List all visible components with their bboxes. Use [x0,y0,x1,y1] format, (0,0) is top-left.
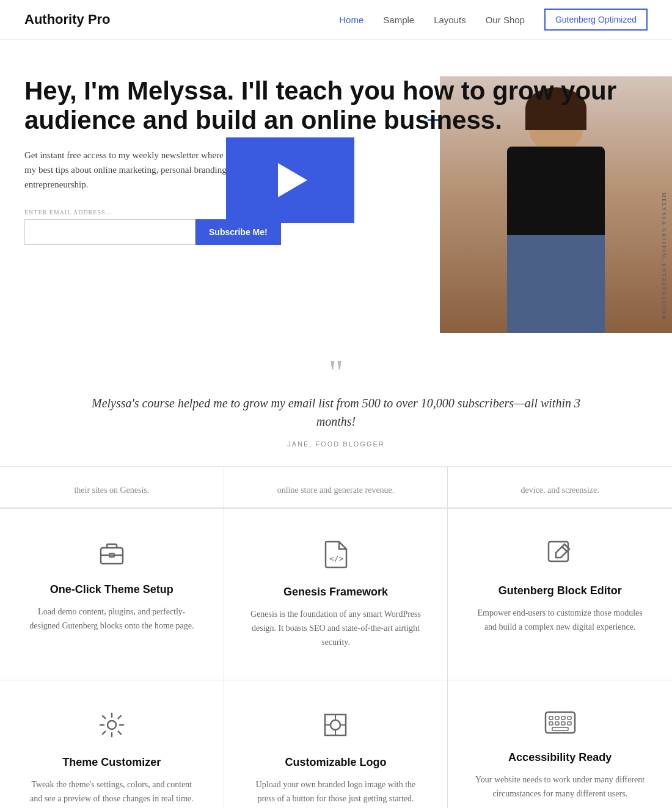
hero-caption: MELYSSA GRIFFIN, ENTREPREUNER [661,192,667,321]
site-logo: Authority Pro [24,12,111,27]
email-input[interactable] [24,219,195,245]
svg-rect-19 [555,722,559,725]
features-grid: One-Click Theme Setup Load demo content,… [0,508,672,808]
hero-title: Hey, I'm Melyssa. I'll teach you how to … [24,76,635,136]
partial-cell-3: device, and screensize. [448,467,672,508]
feature-logo: Customizable Logo Upload your own brande… [224,680,448,808]
svg-rect-18 [549,722,553,725]
video-play-button[interactable] [226,137,354,223]
gutenberg-optimized-button[interactable]: Gutenberg Optimized [544,9,648,31]
feature-desc-gutenberg: Empower end-users to customize those mod… [472,606,648,634]
nav-sample[interactable]: Sample [383,15,414,25]
feature-accessibility: Accessibility Ready Your website needs t… [448,680,672,808]
testimonial-section: " Melyssa's course helped me to grow my … [0,333,672,467]
feature-title-logo: Customizable Logo [249,756,423,769]
svg-rect-22 [552,727,568,730]
navbar: Authority Pro Home Sample Layouts Our Sh… [0,0,672,40]
svg-rect-16 [561,716,565,719]
code-file-icon: </> [249,539,423,575]
svg-text:</>: </> [329,554,344,563]
nav-links: Home Sample Layouts Our Shop Gutenberg O… [339,9,648,31]
feature-desc-one-click: Load demo content, plugins, and perfectl… [24,605,199,633]
feature-one-click: One-Click Theme Setup Load demo content,… [0,509,224,680]
partial-cell-1: their sites on Genesis. [0,467,224,508]
feature-desc-customizer: Tweak the theme's settings, colors, and … [24,777,199,806]
play-icon [278,163,307,197]
feature-desc-accessibility: Your website needs to work under many di… [472,773,648,801]
keyboard-icon [472,711,648,740]
svg-point-8 [331,720,340,730]
feature-title-genesis: Genesis Framework [249,586,423,599]
testimonial-text: Melyssa's course helped me to grow my em… [79,394,593,431]
feature-desc-genesis: Genesis is the foundation of any smart W… [249,607,423,649]
nav-layouts[interactable]: Layouts [434,15,466,25]
svg-point-6 [108,721,116,729]
logo-icon [249,711,423,745]
svg-rect-13 [546,712,575,733]
svg-rect-14 [549,716,553,719]
hero-section: Hey, I'm Melyssa. I'll teach you how to … [0,40,672,333]
feature-title-one-click: One-Click Theme Setup [24,583,199,596]
features-partial-row: their sites on Genesis. online store and… [0,467,672,508]
feature-desc-logo: Upload your own branded logo image with … [249,777,423,806]
nav-home[interactable]: Home [339,15,363,25]
nav-shop[interactable]: Our Shop [486,15,525,25]
feature-title-customizer: Theme Customizer [24,756,199,769]
feature-customizer: Theme Customizer Tweak the theme's setti… [0,680,224,808]
svg-rect-15 [555,716,559,719]
edit-icon [472,539,648,573]
gear-icon [24,711,199,745]
svg-rect-20 [561,722,565,725]
svg-rect-17 [568,716,571,719]
feature-title-gutenberg: Gutenberg Block Editor [472,584,648,597]
feature-title-accessibility: Accessibility Ready [472,751,648,764]
svg-line-5 [562,547,567,551]
feature-gutenberg: Gutenberg Block Editor Empower end-users… [448,509,672,680]
partial-cell-2: online store and generate revenue. [224,467,448,508]
quote-mark-icon: " [49,363,623,382]
hero-subtitle: Get instant free access to my weekly new… [24,148,257,192]
briefcase-icon [24,539,199,572]
feature-genesis: </> Genesis Framework Genesis is the fou… [224,509,448,680]
svg-rect-21 [568,722,571,725]
testimonial-author: JANE, FOOD BLOGGER [49,440,623,448]
